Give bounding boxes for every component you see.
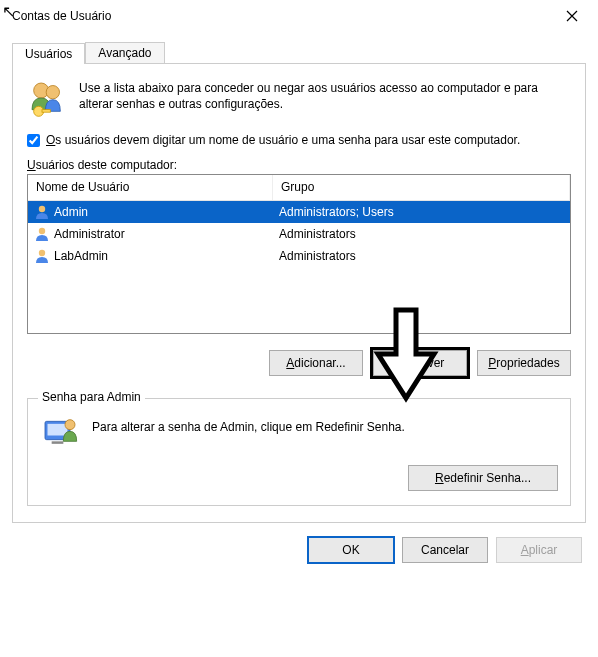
window-title: Contas de Usuário — [12, 9, 111, 23]
tab-advanced[interactable]: Avançado — [85, 42, 164, 63]
dialog-footer: OK Cancelar Aplicar — [0, 523, 598, 577]
column-header-name[interactable]: Nome de Usuário — [28, 175, 273, 200]
tab-strip: Usuários Avançado — [12, 40, 586, 64]
apply-button: Aplicar — [496, 537, 582, 563]
user-icon — [34, 248, 50, 264]
list-item[interactable]: Administrator Administrators — [28, 223, 570, 245]
close-icon[interactable] — [554, 4, 590, 28]
user-list-header: Nome de Usuário Grupo — [28, 175, 570, 201]
svg-rect-9 — [52, 442, 64, 445]
must-login-checkbox-row: Os usuários devem digitar um nome de usu… — [27, 132, 571, 148]
svg-point-10 — [65, 420, 75, 430]
tab-users[interactable]: Usuários — [12, 43, 85, 64]
must-login-checkbox[interactable] — [27, 134, 40, 147]
password-button-row: Redefinir Senha... — [40, 465, 558, 491]
monitor-user-icon — [40, 413, 80, 453]
cell-group: Administrators — [273, 223, 570, 245]
cell-group: Administrators; Users — [273, 201, 570, 223]
user-icon — [34, 204, 50, 220]
user-list-body: Admin Administrators; Users Administrato… — [28, 201, 570, 267]
list-item[interactable]: Admin Administrators; Users — [28, 201, 570, 223]
password-group-title: Senha para Admin — [38, 390, 145, 404]
title-bar: Contas de Usuário — [0, 0, 598, 32]
user-list[interactable]: Nome de Usuário Grupo Admin Administrato… — [27, 174, 571, 334]
cell-name: LabAdmin — [28, 245, 273, 267]
cell-name: Admin — [28, 201, 273, 223]
properties-button[interactable]: Propriedades — [477, 350, 571, 376]
user-icon — [34, 226, 50, 242]
svg-point-4 — [39, 206, 45, 212]
list-button-row: Adicionar... Remover Propriedades — [27, 350, 571, 376]
svg-point-5 — [39, 228, 45, 234]
column-header-group[interactable]: Grupo — [273, 175, 570, 200]
must-login-label: Os usuários devem digitar um nome de usu… — [46, 132, 520, 148]
tab-panel: Use a lista abaixo para conceder ou nega… — [12, 64, 586, 523]
svg-point-1 — [46, 86, 59, 99]
remove-button[interactable]: Remover — [373, 350, 467, 376]
cell-name: Administrator — [28, 223, 273, 245]
svg-rect-3 — [42, 110, 50, 113]
users-icon — [27, 78, 67, 118]
ok-button[interactable]: OK — [308, 537, 394, 563]
intro-text: Use a lista abaixo para conceder ou nega… — [79, 78, 571, 118]
svg-point-6 — [39, 250, 45, 256]
list-item[interactable]: LabAdmin Administrators — [28, 245, 570, 267]
cancel-button[interactable]: Cancelar — [402, 537, 488, 563]
password-text: Para alterar a senha de Admin, clique em… — [92, 413, 405, 435]
password-group: Senha para Admin Para alterar a senha de… — [27, 398, 571, 506]
cell-group: Administrators — [273, 245, 570, 267]
intro-row: Use a lista abaixo para conceder ou nega… — [27, 78, 571, 118]
user-list-label: Usuários deste computador: — [27, 158, 571, 172]
add-button[interactable]: Adicionar... — [269, 350, 363, 376]
reset-password-button[interactable]: Redefinir Senha... — [408, 465, 558, 491]
password-row: Para alterar a senha de Admin, clique em… — [40, 413, 558, 453]
svg-rect-8 — [48, 424, 68, 436]
dialog-content: Usuários Avançado Use a lista abaixo par… — [0, 32, 598, 523]
